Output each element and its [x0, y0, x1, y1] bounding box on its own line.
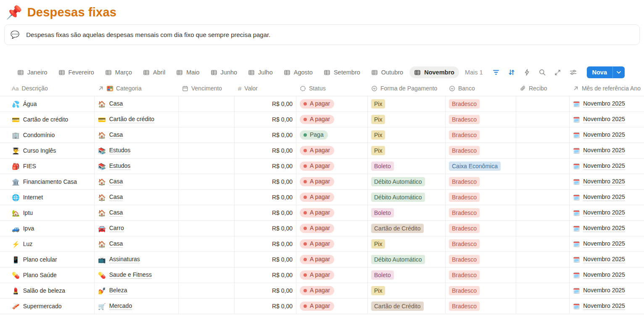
categoria-link[interactable]: Cartão de crédito	[109, 116, 154, 123]
mes-referencia-cell[interactable]: 🗓️Novembro 2025	[570, 283, 644, 298]
descricao-cell[interactable]: 🎒FIES	[0, 159, 95, 174]
search-icon[interactable]	[538, 69, 546, 76]
status-badge[interactable]: A pagar	[300, 161, 334, 170]
valor-cell[interactable]: R$ 0,00	[235, 190, 296, 205]
mes-referencia-cell[interactable]: 🗓️Novembro 2025	[570, 159, 644, 174]
view-tab-fevereiro[interactable]: Fevereiro	[54, 66, 99, 78]
categoria-cell[interactable]: 🏠Casa	[95, 236, 179, 251]
forma-pagamento-cell[interactable]: Débito Automático	[368, 252, 446, 267]
vencimento-cell[interactable]	[179, 96, 235, 111]
status-badge[interactable]: A pagar	[300, 115, 334, 124]
month-link[interactable]: Novembro 2025	[583, 178, 625, 185]
banco-cell[interactable]: Bradesco	[446, 252, 516, 267]
status-cell[interactable]: A pagar	[296, 267, 368, 283]
valor-cell[interactable]: R$ 0,00	[235, 299, 296, 314]
column-header-descricao[interactable]: Aa Descrição	[0, 85, 95, 92]
recibo-cell[interactable]	[516, 236, 570, 251]
recibo-cell[interactable]	[516, 267, 570, 283]
chevron-down-icon[interactable]	[612, 66, 625, 78]
bank-tag[interactable]: Bradesco	[449, 177, 480, 186]
more-views[interactable]: Mais 1	[461, 66, 486, 78]
mes-referencia-cell[interactable]: 🗓️Novembro 2025	[570, 236, 644, 251]
month-link[interactable]: Novembro 2025	[583, 193, 625, 201]
column-header-vencimento[interactable]: Vencimento	[179, 85, 235, 92]
descricao-cell[interactable]: 🏛️Financiamento Casa	[0, 174, 95, 189]
recibo-cell[interactable]	[516, 143, 570, 158]
descricao-cell[interactable]: 💦Água	[0, 96, 95, 111]
vencimento-cell[interactable]	[179, 190, 235, 205]
banco-cell[interactable]: Bradesco	[446, 143, 516, 158]
banco-cell[interactable]: Caixa Econômica	[446, 159, 516, 174]
categoria-link[interactable]: Casa	[109, 100, 123, 108]
categoria-cell[interactable]: 🏠Casa	[95, 190, 179, 205]
valor-cell[interactable]: R$ 0,00	[235, 127, 296, 143]
view-tab-novembro[interactable]: Novembro	[409, 66, 459, 78]
vencimento-cell[interactable]	[179, 283, 235, 298]
lightning-icon[interactable]	[523, 69, 531, 76]
status-cell[interactable]: A pagar	[296, 299, 368, 314]
month-link[interactable]: Novembro 2025	[583, 147, 625, 154]
descricao-cell[interactable]: 👨‍🎓Curso Inglês	[0, 143, 95, 158]
forma-pagamento-cell[interactable]: Boleto	[368, 205, 446, 220]
view-tab-junho[interactable]: Junho	[206, 66, 242, 78]
recibo-cell[interactable]	[516, 205, 570, 220]
payment-tag[interactable]: Pix	[371, 115, 385, 124]
status-cell[interactable]: A pagar	[296, 159, 368, 174]
categoria-link[interactable]: Casa	[109, 178, 123, 185]
vencimento-cell[interactable]	[179, 252, 235, 267]
descricao-cell[interactable]: 💳Cartão de crédito	[0, 112, 95, 127]
column-header-categoria[interactable]: Categoria	[95, 85, 179, 92]
mes-referencia-cell[interactable]: 🗓️Novembro 2025	[570, 127, 644, 143]
vencimento-cell[interactable]	[179, 159, 235, 174]
month-link[interactable]: Novembro 2025	[583, 131, 625, 139]
categoria-cell[interactable]: 💊Saude e Fitness	[95, 267, 179, 283]
forma-pagamento-cell[interactable]: Boleto	[368, 267, 446, 283]
categoria-cell[interactable]: 🏠Casa	[95, 127, 179, 143]
month-link[interactable]: Novembro 2025	[583, 100, 625, 108]
status-cell[interactable]: A pagar	[296, 96, 368, 111]
vencimento-cell[interactable]	[179, 143, 235, 158]
banco-cell[interactable]: Bradesco	[446, 205, 516, 220]
forma-pagamento-cell[interactable]: Pix	[368, 236, 446, 251]
filter-icon[interactable]	[492, 69, 500, 76]
banco-cell[interactable]: Bradesco	[446, 221, 516, 236]
banco-cell[interactable]: Bradesco	[446, 236, 516, 251]
valor-cell[interactable]: R$ 0,00	[235, 283, 296, 298]
payment-tag[interactable]: Pix	[371, 146, 385, 155]
forma-pagamento-cell[interactable]: Pix	[368, 143, 446, 158]
vencimento-cell[interactable]	[179, 267, 235, 283]
vencimento-cell[interactable]	[179, 112, 235, 127]
categoria-cell[interactable]: 💅Beleza	[95, 283, 179, 298]
mes-referencia-cell[interactable]: 🗓️Novembro 2025	[570, 112, 644, 127]
descricao-cell[interactable]: 🌐Internet	[0, 190, 95, 205]
payment-tag[interactable]: Boleto	[371, 208, 394, 217]
column-header-forma-pagamento[interactable]: Forma de Pagamento	[368, 85, 446, 92]
categoria-link[interactable]: Estudos	[109, 162, 131, 170]
month-link[interactable]: Novembro 2025	[583, 209, 625, 217]
mes-referencia-cell[interactable]: 🗓️Novembro 2025	[570, 190, 644, 205]
categoria-link[interactable]: Saude e Fitness	[109, 271, 152, 279]
forma-pagamento-cell[interactable]: Pix	[368, 127, 446, 143]
valor-cell[interactable]: R$ 0,00	[235, 236, 296, 251]
column-header-mes-referencia[interactable]: Mês de referência Ano	[570, 85, 644, 92]
forma-pagamento-cell[interactable]: Pix	[368, 112, 446, 127]
payment-tag[interactable]: Pix	[371, 130, 385, 140]
view-tab-setembro[interactable]: Setembro	[319, 66, 365, 78]
status-cell[interactable]: A pagar	[296, 112, 368, 127]
categoria-cell[interactable]: 📚Estudos	[95, 143, 179, 158]
vencimento-cell[interactable]	[179, 127, 235, 143]
categoria-cell[interactable]: 📺Assinaturas	[95, 252, 179, 267]
valor-cell[interactable]: R$ 0,00	[235, 96, 296, 111]
categoria-link[interactable]: Casa	[109, 240, 123, 248]
forma-pagamento-cell[interactable]: Cartão de Crédito	[368, 221, 446, 236]
categoria-link[interactable]: Assinaturas	[109, 256, 140, 263]
recibo-cell[interactable]	[516, 96, 570, 111]
mes-referencia-cell[interactable]: 🗓️Novembro 2025	[570, 299, 644, 314]
categoria-link[interactable]: Estudos	[109, 147, 131, 154]
forma-pagamento-cell[interactable]: Pix	[368, 283, 446, 298]
categoria-link[interactable]: Carro	[109, 225, 124, 232]
sort-icon[interactable]	[508, 69, 515, 76]
payment-tag[interactable]: Débito Automático	[371, 177, 425, 186]
vencimento-cell[interactable]	[179, 174, 235, 189]
month-link[interactable]: Novembro 2025	[583, 162, 625, 170]
